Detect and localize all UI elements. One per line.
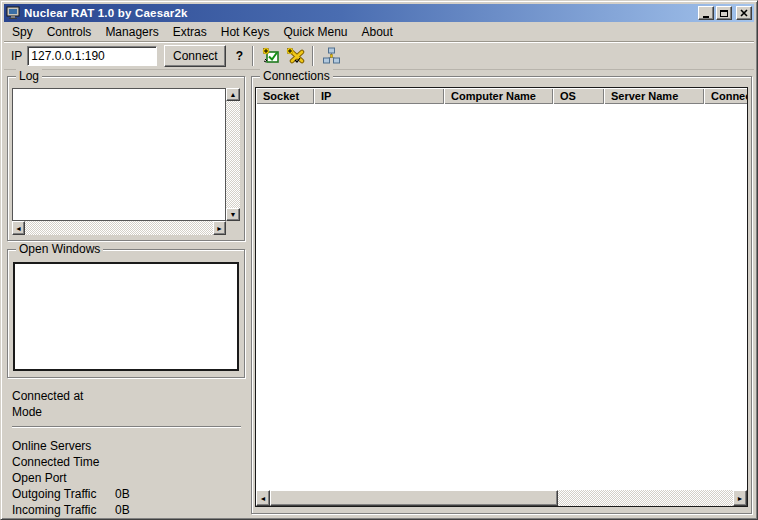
log-vertical-scrollbar[interactable]: ▲ ▼ [226, 88, 240, 221]
connections-groupbox: Connections Socket IP Computer Name OS S… [251, 76, 752, 514]
arrow-right-icon: ► [216, 225, 223, 232]
title-bar[interactable]: Nuclear RAT 1.0 by Caesar2k [4, 4, 754, 22]
scrollbar-corner [226, 221, 240, 235]
menu-about[interactable]: About [354, 23, 399, 41]
menu-hot-keys[interactable]: Hot Keys [214, 23, 277, 41]
status-incoming-traffic: Incoming Traffic 0B [12, 502, 245, 518]
connect-button-label: Connect [173, 49, 218, 63]
arrow-right-icon: ► [737, 495, 744, 502]
outgoing-traffic-value: 0B [115, 487, 130, 501]
scroll-down-button[interactable]: ▼ [226, 208, 240, 221]
menu-extras[interactable]: Extras [166, 23, 214, 41]
log-group-title: Log [16, 69, 42, 84]
column-header-computer-name[interactable]: Computer Name [444, 88, 553, 104]
add-check-icon [262, 47, 281, 64]
status-connected-time: Connected Time [12, 454, 245, 470]
network-toolbar-button[interactable] [319, 45, 343, 67]
outgoing-traffic-label: Outgoing Traffic [12, 487, 115, 501]
help-button[interactable]: ? [231, 46, 247, 66]
open-windows-groupbox: Open Windows [7, 249, 245, 378]
scrollbar-thumb[interactable] [270, 490, 558, 506]
menu-controls[interactable]: Controls [40, 23, 99, 41]
add-check-toolbar-button[interactable] [259, 45, 283, 67]
arrow-up-icon: ▲ [230, 91, 237, 98]
connections-horizontal-scrollbar[interactable]: ◄ ► [256, 490, 747, 506]
column-header-connection[interactable]: Connection [704, 88, 747, 104]
open-port-label: Open Port [12, 471, 115, 485]
status-open-port: Open Port [12, 470, 245, 486]
main-area: Log ▲ ▼ ◄ [4, 70, 754, 516]
minimize-button[interactable] [698, 6, 714, 20]
toolbar-separator [252, 46, 254, 66]
online-servers-label: Online Servers [12, 439, 115, 453]
close-icon [740, 9, 748, 17]
menu-quick-menu[interactable]: Quick Menu [276, 23, 354, 41]
open-windows-group-title: Open Windows [16, 242, 103, 257]
status-panel: Connected at Mode Online Servers Connect… [7, 388, 245, 518]
log-list[interactable] [12, 88, 226, 221]
column-header-ip[interactable]: IP [314, 88, 444, 104]
app-monitor-icon [6, 6, 20, 20]
column-header-server-name[interactable]: Server Name [604, 88, 704, 104]
add-x-toolbar-button[interactable] [283, 45, 307, 67]
column-header-os[interactable]: OS [553, 88, 604, 104]
status-connected-at: Connected at [12, 388, 245, 404]
window-title: Nuclear RAT 1.0 by Caesar2k [24, 7, 696, 19]
status-divider [12, 426, 241, 428]
log-horizontal-scrollbar[interactable]: ◄ ► [12, 221, 226, 235]
toolbar: IP Connect ? [4, 41, 754, 70]
arrow-down-icon: ▼ [230, 211, 237, 218]
app-window: Nuclear RAT 1.0 by Caesar2k Spy Controls… [0, 0, 758, 520]
column-header-socket[interactable]: Socket [256, 88, 314, 104]
connections-group-title: Connections [260, 69, 333, 84]
maximize-button[interactable] [716, 6, 732, 20]
connections-header-row: Socket IP Computer Name OS Server Name C… [256, 88, 747, 104]
minimize-icon [703, 16, 709, 18]
open-windows-list[interactable] [13, 262, 239, 371]
close-button[interactable] [736, 6, 752, 20]
scrollbar-track[interactable] [558, 490, 733, 506]
ip-input[interactable] [27, 46, 157, 66]
connect-button[interactable]: Connect [164, 45, 226, 67]
connections-listview: Socket IP Computer Name OS Server Name C… [255, 87, 748, 507]
maximize-icon [720, 10, 728, 17]
scroll-right-button[interactable]: ► [733, 490, 747, 506]
arrow-left-icon: ◄ [260, 495, 267, 502]
status-online-servers: Online Servers [12, 438, 245, 454]
connected-at-label: Connected at [12, 389, 115, 403]
status-outgoing-traffic: Outgoing Traffic 0B [12, 486, 245, 502]
mode-label: Mode [12, 405, 115, 419]
menu-managers[interactable]: Managers [98, 23, 165, 41]
scroll-up-button[interactable]: ▲ [226, 88, 240, 101]
network-icon [322, 47, 341, 64]
menu-spy[interactable]: Spy [5, 23, 40, 41]
scroll-left-button[interactable]: ◄ [12, 221, 25, 235]
menu-bar: Spy Controls Managers Extras Hot Keys Qu… [4, 22, 754, 41]
arrow-left-icon: ◄ [15, 225, 22, 232]
left-panel: Log ▲ ▼ ◄ [7, 74, 245, 514]
scroll-left-button[interactable]: ◄ [256, 490, 270, 506]
add-x-icon [286, 47, 305, 64]
incoming-traffic-value: 0B [115, 503, 130, 517]
scroll-right-button[interactable]: ► [213, 221, 226, 235]
status-mode: Mode [12, 404, 245, 420]
incoming-traffic-label: Incoming Traffic [12, 503, 115, 517]
log-groupbox: Log ▲ ▼ ◄ [7, 76, 245, 241]
log-listbox: ▲ ▼ ◄ ► [12, 88, 240, 235]
connected-time-label: Connected Time [12, 455, 115, 469]
connections-list[interactable] [256, 104, 747, 490]
help-button-label: ? [236, 49, 243, 63]
right-panel: Connections Socket IP Computer Name OS S… [251, 74, 752, 514]
ip-label: IP [11, 49, 22, 63]
toolbar-separator [312, 46, 314, 66]
